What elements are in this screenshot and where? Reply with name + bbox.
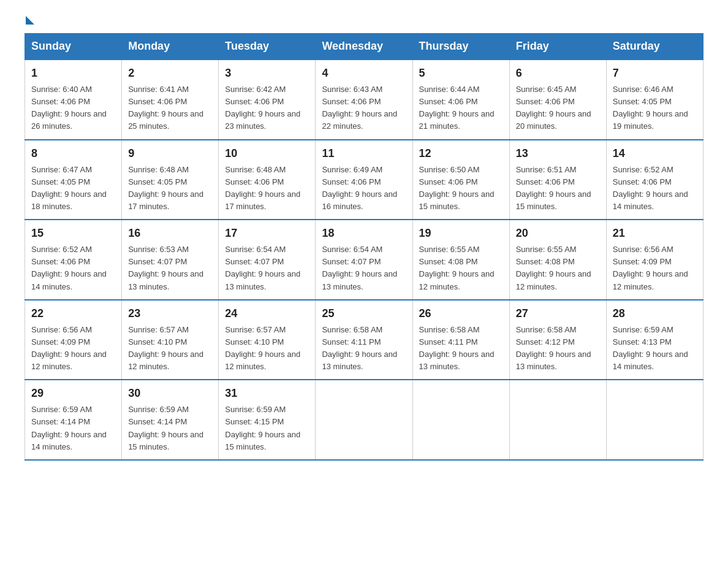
calendar-cell: 11Sunrise: 6:49 AMSunset: 4:06 PMDayligh… <box>316 140 412 220</box>
day-info: Sunrise: 6:47 AMSunset: 4:05 PMDaylight:… <box>31 164 115 213</box>
calendar-cell: 15Sunrise: 6:52 AMSunset: 4:06 PMDayligh… <box>25 220 122 300</box>
day-number: 10 <box>225 145 309 162</box>
logo <box>25 18 34 21</box>
day-number: 7 <box>613 65 697 82</box>
day-info: Sunrise: 6:52 AMSunset: 4:06 PMDaylight:… <box>31 243 115 293</box>
day-info: Sunrise: 6:57 AMSunset: 4:10 PMDaylight:… <box>225 324 309 373</box>
day-info: Sunrise: 6:56 AMSunset: 4:09 PMDaylight:… <box>31 324 115 373</box>
calendar-cell: 10Sunrise: 6:48 AMSunset: 4:06 PMDayligh… <box>219 140 316 220</box>
weekday-header-monday: Monday <box>122 34 219 60</box>
day-info: Sunrise: 6:55 AMSunset: 4:08 PMDaylight:… <box>419 243 503 293</box>
page-header <box>25 18 703 21</box>
day-number: 25 <box>322 305 406 322</box>
calendar-cell: 12Sunrise: 6:50 AMSunset: 4:06 PMDayligh… <box>412 140 509 220</box>
day-info: Sunrise: 6:58 AMSunset: 4:12 PMDaylight:… <box>516 324 600 373</box>
calendar-cell: 20Sunrise: 6:55 AMSunset: 4:08 PMDayligh… <box>509 220 606 300</box>
calendar-cell: 17Sunrise: 6:54 AMSunset: 4:07 PMDayligh… <box>219 220 316 300</box>
calendar-cell: 2Sunrise: 6:41 AMSunset: 4:06 PMDaylight… <box>122 59 219 140</box>
calendar-cell <box>316 380 412 460</box>
calendar-cell: 21Sunrise: 6:56 AMSunset: 4:09 PMDayligh… <box>606 220 703 300</box>
day-number: 13 <box>516 145 600 162</box>
calendar-cell <box>412 380 509 460</box>
day-number: 26 <box>419 305 503 322</box>
calendar-cell: 9Sunrise: 6:48 AMSunset: 4:05 PMDaylight… <box>122 140 219 220</box>
day-info: Sunrise: 6:59 AMSunset: 4:14 PMDaylight:… <box>128 404 212 453</box>
weekday-header-wednesday: Wednesday <box>316 34 412 60</box>
day-info: Sunrise: 6:50 AMSunset: 4:06 PMDaylight:… <box>419 164 503 213</box>
day-number: 17 <box>225 225 309 242</box>
day-info: Sunrise: 6:52 AMSunset: 4:06 PMDaylight:… <box>613 164 697 213</box>
day-info: Sunrise: 6:48 AMSunset: 4:06 PMDaylight:… <box>225 164 309 213</box>
calendar-cell: 3Sunrise: 6:42 AMSunset: 4:06 PMDaylight… <box>219 59 316 140</box>
day-number: 20 <box>516 225 600 242</box>
day-info: Sunrise: 6:54 AMSunset: 4:07 PMDaylight:… <box>322 243 406 293</box>
day-number: 18 <box>322 225 406 242</box>
day-number: 6 <box>516 65 600 82</box>
calendar-cell: 31Sunrise: 6:59 AMSunset: 4:15 PMDayligh… <box>219 380 316 460</box>
weekday-header-tuesday: Tuesday <box>219 34 316 60</box>
calendar-cell: 18Sunrise: 6:54 AMSunset: 4:07 PMDayligh… <box>316 220 412 300</box>
weekday-header-thursday: Thursday <box>412 34 509 60</box>
day-info: Sunrise: 6:54 AMSunset: 4:07 PMDaylight:… <box>225 243 309 293</box>
day-number: 1 <box>31 65 115 82</box>
calendar-cell: 16Sunrise: 6:53 AMSunset: 4:07 PMDayligh… <box>122 220 219 300</box>
calendar-cell: 28Sunrise: 6:59 AMSunset: 4:13 PMDayligh… <box>606 300 703 380</box>
calendar-cell: 6Sunrise: 6:45 AMSunset: 4:06 PMDaylight… <box>509 59 606 140</box>
calendar-cell: 4Sunrise: 6:43 AMSunset: 4:06 PMDaylight… <box>316 59 412 140</box>
day-info: Sunrise: 6:55 AMSunset: 4:08 PMDaylight:… <box>516 243 600 293</box>
day-number: 23 <box>128 305 212 322</box>
day-info: Sunrise: 6:46 AMSunset: 4:05 PMDaylight:… <box>613 83 697 133</box>
day-info: Sunrise: 6:40 AMSunset: 4:06 PMDaylight:… <box>31 83 115 133</box>
day-number: 15 <box>31 225 115 242</box>
day-info: Sunrise: 6:59 AMSunset: 4:13 PMDaylight:… <box>613 324 697 373</box>
calendar-cell: 30Sunrise: 6:59 AMSunset: 4:14 PMDayligh… <box>122 380 219 460</box>
calendar-cell <box>509 380 606 460</box>
day-info: Sunrise: 6:44 AMSunset: 4:06 PMDaylight:… <box>419 83 503 133</box>
weekday-header-saturday: Saturday <box>606 34 703 60</box>
day-info: Sunrise: 6:42 AMSunset: 4:06 PMDaylight:… <box>225 83 309 133</box>
day-info: Sunrise: 6:45 AMSunset: 4:06 PMDaylight:… <box>516 83 600 133</box>
day-number: 16 <box>128 225 212 242</box>
calendar-cell: 22Sunrise: 6:56 AMSunset: 4:09 PMDayligh… <box>25 300 122 380</box>
day-info: Sunrise: 6:58 AMSunset: 4:11 PMDaylight:… <box>322 324 406 373</box>
day-info: Sunrise: 6:57 AMSunset: 4:10 PMDaylight:… <box>128 324 212 373</box>
day-number: 5 <box>419 65 503 82</box>
day-number: 22 <box>31 305 115 322</box>
calendar-cell: 1Sunrise: 6:40 AMSunset: 4:06 PMDaylight… <box>25 59 122 140</box>
day-info: Sunrise: 6:49 AMSunset: 4:06 PMDaylight:… <box>322 164 406 213</box>
calendar-cell: 27Sunrise: 6:58 AMSunset: 4:12 PMDayligh… <box>509 300 606 380</box>
day-info: Sunrise: 6:59 AMSunset: 4:15 PMDaylight:… <box>225 404 309 453</box>
day-number: 12 <box>419 145 503 162</box>
calendar-cell: 26Sunrise: 6:58 AMSunset: 4:11 PMDayligh… <box>412 300 509 380</box>
day-info: Sunrise: 6:58 AMSunset: 4:11 PMDaylight:… <box>419 324 503 373</box>
day-number: 30 <box>128 385 212 402</box>
calendar-cell: 8Sunrise: 6:47 AMSunset: 4:05 PMDaylight… <box>25 140 122 220</box>
day-number: 4 <box>322 65 406 82</box>
calendar-cell: 14Sunrise: 6:52 AMSunset: 4:06 PMDayligh… <box>606 140 703 220</box>
day-info: Sunrise: 6:53 AMSunset: 4:07 PMDaylight:… <box>128 243 212 293</box>
calendar-table: SundayMondayTuesdayWednesdayThursdayFrid… <box>25 33 703 461</box>
logo-triangle-icon <box>26 16 34 25</box>
weekday-header-friday: Friday <box>509 34 606 60</box>
calendar-cell: 19Sunrise: 6:55 AMSunset: 4:08 PMDayligh… <box>412 220 509 300</box>
day-number: 29 <box>31 385 115 402</box>
day-number: 3 <box>225 65 309 82</box>
weekday-header-sunday: Sunday <box>25 34 122 60</box>
day-info: Sunrise: 6:43 AMSunset: 4:06 PMDaylight:… <box>322 83 406 133</box>
calendar-cell: 24Sunrise: 6:57 AMSunset: 4:10 PMDayligh… <box>219 300 316 380</box>
day-number: 2 <box>128 65 212 82</box>
calendar-cell <box>606 380 703 460</box>
day-info: Sunrise: 6:56 AMSunset: 4:09 PMDaylight:… <box>613 243 697 293</box>
day-number: 19 <box>419 225 503 242</box>
day-number: 31 <box>225 385 309 402</box>
day-number: 27 <box>516 305 600 322</box>
day-number: 21 <box>613 225 697 242</box>
calendar-cell: 5Sunrise: 6:44 AMSunset: 4:06 PMDaylight… <box>412 59 509 140</box>
calendar-cell: 25Sunrise: 6:58 AMSunset: 4:11 PMDayligh… <box>316 300 412 380</box>
calendar-cell: 13Sunrise: 6:51 AMSunset: 4:06 PMDayligh… <box>509 140 606 220</box>
day-number: 11 <box>322 145 406 162</box>
day-info: Sunrise: 6:59 AMSunset: 4:14 PMDaylight:… <box>31 404 115 453</box>
day-number: 14 <box>613 145 697 162</box>
calendar-cell: 7Sunrise: 6:46 AMSunset: 4:05 PMDaylight… <box>606 59 703 140</box>
calendar-cell: 23Sunrise: 6:57 AMSunset: 4:10 PMDayligh… <box>122 300 219 380</box>
